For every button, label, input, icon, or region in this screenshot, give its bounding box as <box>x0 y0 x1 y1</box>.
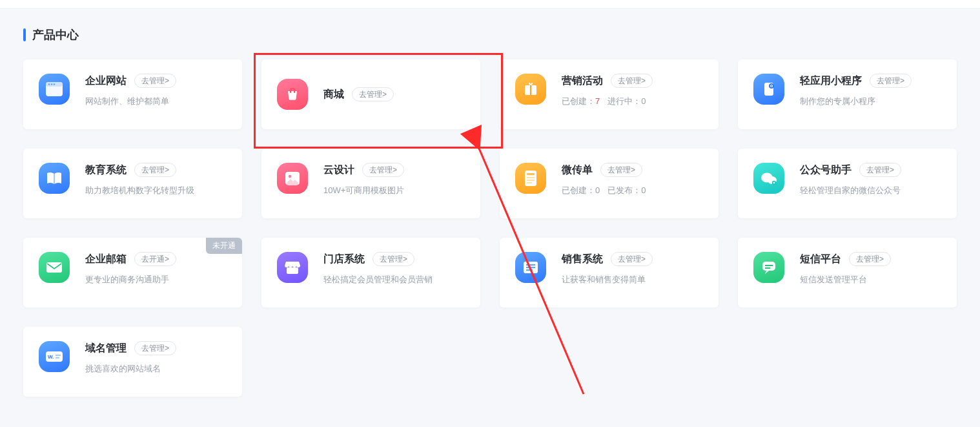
card-title: 微传单 <box>562 163 593 177</box>
card-marketing[interactable]: 营销活动 去管理> 已创建：7进行中：0 <box>500 59 719 129</box>
flyer-page-icon <box>515 163 546 194</box>
manage-button[interactable]: 去管理> <box>611 252 653 266</box>
manage-button[interactable]: 去管理> <box>870 74 912 88</box>
wechat-settings-icon <box>753 163 784 194</box>
manage-button[interactable]: 去管理> <box>134 341 176 355</box>
card-desc: 10W+可商用模板图片 <box>323 185 466 196</box>
svg-rect-15 <box>527 177 535 178</box>
image-icon <box>277 163 308 194</box>
card-body: 企业邮箱 去开通> 更专业的商务沟通助手 <box>85 252 228 286</box>
svg-rect-7 <box>530 85 531 95</box>
svg-point-21 <box>773 182 775 184</box>
card-edu[interactable]: 教育系统 去管理> 助力教培机构数字化转型升级 <box>23 149 242 218</box>
svg-rect-33 <box>56 355 61 356</box>
card-title-row: 短信平台 去管理> <box>800 252 943 266</box>
svg-point-4 <box>54 83 56 85</box>
card-body: 短信平台 去管理> 短信发送管理平台 <box>800 252 943 286</box>
card-body: 营销活动 去管理> 已创建：7进行中：0 <box>562 74 704 107</box>
card-mp-helper[interactable]: 公众号助手 去管理> 轻松管理自家的微信公众号 <box>738 149 957 218</box>
svg-rect-16 <box>527 180 535 181</box>
manage-button[interactable]: 去管理> <box>362 163 404 177</box>
status-tag-inactive: 未开通 <box>206 238 242 254</box>
card-desc: 网站制作、维护都简单 <box>85 96 228 107</box>
card-title-row: 教育系统 去管理> <box>85 163 228 177</box>
stat-published-value: 0 <box>641 185 646 195</box>
svg-rect-14 <box>527 173 535 175</box>
svg-point-9 <box>769 83 774 89</box>
svg-rect-23 <box>287 267 298 274</box>
list-lines-icon <box>515 252 546 283</box>
card-domain[interactable]: W. 域名管理 去管理> 挑选喜欢的网站域名 <box>23 327 242 397</box>
card-sales[interactable]: 销售系统 去管理> 让获客和销售变得简单 <box>500 238 719 307</box>
card-desc: 制作您的专属小程序 <box>800 96 943 107</box>
product-grid: 企业网站 去管理> 网站制作、维护都简单 商城 去管理> <box>23 59 957 397</box>
card-title: 公众号助手 <box>800 163 852 177</box>
svg-rect-27 <box>526 269 533 271</box>
card-miniapp[interactable]: 轻应用小程序 去管理> 制作您的专属小程序 <box>738 59 957 129</box>
card-flyer[interactable]: 微传单 去管理> 已创建：0已发布：0 <box>500 149 719 218</box>
domain-tag-icon: W. <box>39 341 70 372</box>
manage-button[interactable]: 去管理> <box>849 252 891 266</box>
card-title: 商城 <box>323 88 344 101</box>
card-stats: 已创建：7进行中：0 <box>562 96 704 107</box>
card-desc: 短信发送管理平台 <box>800 274 943 286</box>
manage-button[interactable]: 去管理> <box>859 163 901 177</box>
svg-rect-22 <box>46 262 62 273</box>
card-title-row: 营销活动 去管理> <box>562 74 704 88</box>
chat-bubble-icon <box>753 252 784 283</box>
stat-created-value: 0 <box>595 185 600 195</box>
manage-button[interactable]: 去管理> <box>134 163 176 177</box>
card-body: 域名管理 去管理> 挑选喜欢的网站域名 <box>85 341 228 375</box>
card-title-row: 轻应用小程序 去管理> <box>800 74 943 88</box>
card-site[interactable]: 企业网站 去管理> 网站制作、维护都简单 <box>23 59 242 129</box>
card-design[interactable]: 云设计 去管理> 10W+可商用模板图片 <box>261 149 480 218</box>
card-desc: 挑选喜欢的网站域名 <box>85 363 228 375</box>
card-title-row: 企业邮箱 去开通> <box>85 252 228 266</box>
browser-window-icon <box>39 74 70 105</box>
stat-created-value: 7 <box>595 96 600 106</box>
envelope-icon <box>39 252 70 283</box>
card-body: 轻应用小程序 去管理> 制作您的专属小程序 <box>800 74 943 107</box>
book-icon <box>39 163 70 194</box>
page: 产品中心 企业网站 去管理> 网站制作、维护都简单 商城 <box>0 9 980 397</box>
shopping-bag-icon <box>277 79 308 110</box>
activate-button[interactable]: 去开通> <box>134 252 176 266</box>
card-body: 微传单 去管理> 已创建：0已发布：0 <box>562 163 704 196</box>
section-header: 产品中心 <box>23 27 957 43</box>
card-body: 销售系统 去管理> 让获客和销售变得简单 <box>562 252 704 286</box>
svg-rect-17 <box>527 182 532 183</box>
manage-button[interactable]: 去管理> <box>134 74 176 88</box>
manage-button[interactable]: 去管理> <box>373 252 414 266</box>
card-desc: 更专业的商务沟通助手 <box>85 274 228 286</box>
card-shop[interactable]: 商城 去管理> <box>261 59 480 129</box>
card-body: 教育系统 去管理> 助力教培机构数字化转型升级 <box>85 163 228 196</box>
card-store[interactable]: 门店系统 去管理> 轻松搞定会员管理和会员营销 <box>261 238 480 307</box>
card-body: 企业网站 去管理> 网站制作、维护都简单 <box>85 74 228 107</box>
manage-button[interactable]: 去管理> <box>611 74 653 88</box>
card-title: 销售系统 <box>562 253 603 266</box>
card-title: 企业邮箱 <box>85 253 127 266</box>
card-body: 商城 去管理> <box>323 87 466 101</box>
svg-rect-25 <box>526 264 535 266</box>
card-title: 轻应用小程序 <box>800 74 862 88</box>
storefront-icon <box>277 252 308 283</box>
card-title: 云设计 <box>323 163 354 177</box>
card-title: 企业网站 <box>85 74 127 88</box>
card-desc: 让获客和销售变得简单 <box>562 274 704 286</box>
card-title-row: 门店系统 去管理> <box>323 252 466 266</box>
card-title-row: 公众号助手 去管理> <box>800 163 943 177</box>
section-accent-bar <box>23 28 26 41</box>
svg-rect-30 <box>765 267 770 269</box>
card-title: 短信平台 <box>800 253 841 266</box>
manage-button[interactable]: 去管理> <box>600 163 642 177</box>
card-sms[interactable]: 短信平台 去管理> 短信发送管理平台 <box>738 238 957 307</box>
stat-created-label: 已创建： <box>562 96 595 106</box>
card-title-row: 云设计 去管理> <box>323 163 466 177</box>
card-mail[interactable]: 未开通 企业邮箱 去开通> 更专业的商务沟通助手 <box>23 238 242 307</box>
manage-button[interactable]: 去管理> <box>352 87 394 101</box>
stat-published-label: 已发布： <box>607 185 641 195</box>
svg-rect-26 <box>526 267 535 268</box>
card-desc: 轻松搞定会员管理和会员营销 <box>323 274 466 286</box>
card-title-row: 销售系统 去管理> <box>562 252 704 266</box>
card-title: 域名管理 <box>85 342 127 355</box>
